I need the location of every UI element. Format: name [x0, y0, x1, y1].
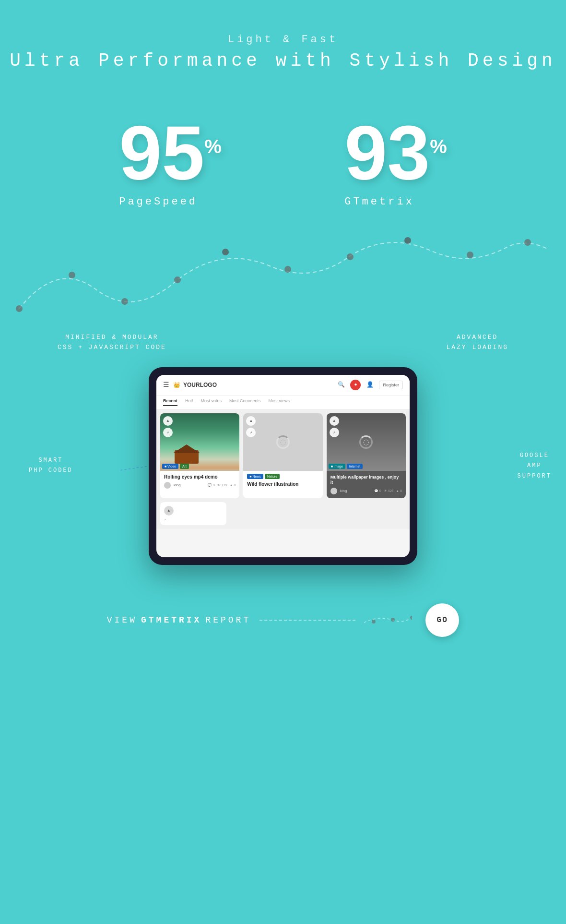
card-wallpaper: ◌ ▲ ↗ ■ image internet Multiple wallpape… — [327, 413, 406, 498]
tab-most-votes[interactable]: Most votes — [201, 398, 222, 406]
tag-art: Art — [180, 464, 189, 469]
vote-up-btn-2[interactable]: ▲ — [246, 416, 256, 426]
annotation-lazy: ADVANCEDLAZY LOADING — [446, 333, 508, 353]
tab-hot[interactable]: Hot! — [185, 398, 193, 406]
stats-3: 💬 0👁 426▲ 0 — [374, 489, 402, 493]
metrics-section: 95% PageSpeed 93% GTmetrix — [0, 85, 566, 217]
view-label: VIEW — [107, 615, 137, 625]
hamburger-icon[interactable]: ☰ — [163, 381, 169, 389]
annotation-minified: MINIFIED & MODULARCSS + JAVASCRIPT CODE — [58, 333, 166, 353]
bottom-section: VIEW GTMETRIX REPORT GO — [0, 603, 566, 675]
pagespeed-value: 95% — [119, 114, 222, 191]
svg-point-9 — [524, 239, 531, 246]
svg-point-1 — [69, 272, 75, 278]
performance-chart — [0, 222, 566, 328]
tablet-screen: ☰ 👑 YOURLOGO 🔍 ● 👤 Register Recent Hot! — [156, 375, 410, 557]
gtmetrix-metric: 93% GTmetrix — [344, 114, 447, 208]
card-title-3: Multiple wallpaper images , enjoy it — [330, 475, 402, 486]
report-label: REPORT — [205, 615, 251, 625]
share-btn-3[interactable]: ↗ — [330, 428, 339, 437]
bottom-cta: VIEW GTMETRIX REPORT GO — [107, 603, 459, 637]
hero-subtitle: Light & Fast — [0, 34, 566, 46]
app-header: ☰ 👑 YOURLOGO 🔍 ● 👤 Register — [156, 375, 410, 396]
annotation-smart-php: SMARTPHP CODED — [29, 456, 73, 476]
tag-nature: Nature — [265, 474, 280, 479]
card-body-1: Rolling eyes mp4 demo king 💬 0👁 179▲ 0 — [160, 471, 239, 492]
annotation-google-amp: GOOGLEAMPSUPPORT — [518, 450, 552, 481]
tag-news: ■ News — [247, 474, 263, 479]
card-title-1: Rolling eyes mp4 demo — [164, 474, 236, 480]
svg-point-4 — [222, 249, 229, 255]
loading-spinner-1: ◌ — [276, 435, 290, 449]
svg-point-7 — [404, 237, 411, 244]
card-body-3: Multiple wallpaper images , enjoy it kin… — [327, 471, 406, 498]
card-tags-2: ■ News Nature — [247, 474, 318, 479]
author-3: king — [340, 489, 347, 493]
card-image-forest: ▲ ↗ ■ Video Art — [160, 413, 239, 471]
vote-up-btn[interactable]: ▲ — [163, 416, 173, 426]
second-row: ▲ ↗ — [156, 502, 410, 529]
card-body-2: ■ News Nature Wild flower illustration — [243, 471, 322, 492]
dashed-divider — [259, 620, 355, 621]
author-1: king — [174, 483, 181, 487]
share-btn[interactable]: ↗ — [163, 428, 173, 437]
svg-point-11 — [391, 618, 395, 622]
app-nav-icons: 🔍 ● 👤 Register — [337, 380, 403, 390]
crown-icon: 👑 — [173, 382, 180, 388]
search-icon[interactable]: 🔍 — [337, 381, 345, 389]
card-wild-flower: ◌ ▲ ↗ ■ News Nature Wild flower illustra… — [243, 413, 322, 498]
tag-video: ■ Video — [162, 464, 178, 469]
hero-section: Light & Fast Ultra Performance with Styl… — [0, 0, 566, 85]
svg-point-0 — [16, 305, 23, 312]
card-rolling-eyes: ▲ ↗ ■ Video Art Rolling eyes mp4 demo ki… — [160, 413, 239, 498]
tab-most-views[interactable]: Most views — [269, 398, 290, 406]
svg-point-12 — [410, 616, 412, 620]
pagespeed-metric: 95% PageSpeed — [119, 114, 222, 208]
svg-point-6 — [347, 253, 354, 260]
gtmetrix-label: GTmetrix — [344, 196, 447, 208]
placeholder-space — [230, 502, 406, 525]
tab-recent[interactable]: Recent — [163, 398, 177, 406]
svg-point-3 — [174, 276, 181, 283]
tablet-mockup: ☰ 👑 YOURLOGO 🔍 ● 👤 Register Recent Hot! — [149, 367, 417, 565]
card-tags-3: ■ image internet — [329, 464, 363, 469]
card-image-dark: ◌ ▲ ↗ ■ image internet — [327, 413, 406, 471]
user-icon[interactable]: 👤 — [366, 381, 374, 389]
svg-point-2 — [121, 298, 128, 305]
go-button[interactable]: GO — [425, 603, 459, 637]
gtmetrix-value: 93% — [344, 114, 447, 191]
notification-icon[interactable]: ● — [350, 380, 361, 390]
loading-spinner-2: ◌ — [359, 435, 373, 449]
card-tags: ■ Video Art — [162, 464, 189, 469]
card-title-2: Wild flower illustration — [247, 481, 318, 487]
logo-text: YOURLOGO — [183, 382, 217, 388]
tab-most-comments[interactable]: Most Comments — [229, 398, 261, 406]
card-meta-1: king 💬 0👁 179▲ 0 — [164, 482, 236, 489]
gtmetrix-cta-label: GTMETRIX — [141, 615, 201, 625]
app-tabs: Recent Hot! Most votes Most Comments Mos… — [156, 396, 410, 409]
second-card-1: ▲ ↗ — [160, 502, 226, 525]
app-content: ▲ ↗ ■ Video Art Rolling eyes mp4 demo ki… — [156, 409, 410, 502]
register-button[interactable]: Register — [379, 381, 403, 389]
annotations-section: MINIFIED & MODULARCSS + JAVASCRIPT CODE … — [0, 333, 566, 353]
svg-point-10 — [372, 620, 376, 624]
svg-point-5 — [284, 266, 291, 273]
card-meta-3: king 💬 0👁 426▲ 0 — [330, 488, 402, 494]
share-btn-2[interactable]: ↗ — [246, 428, 256, 437]
card-image-gray: ◌ ▲ ↗ — [243, 413, 322, 471]
vote-up-btn-3[interactable]: ▲ — [330, 416, 339, 426]
device-section: SMARTPHP CODED GOOGLEAMPSUPPORT ☰ 👑 YOUR… — [0, 367, 566, 565]
pagespeed-label: PageSpeed — [119, 196, 222, 208]
hero-title: Ultra Performance with Stylish Design — [0, 50, 566, 71]
tag-internet: internet — [347, 464, 363, 469]
vote-btn-small[interactable]: ▲ — [164, 506, 174, 516]
avatar-3 — [330, 488, 337, 494]
stats-1: 💬 0👁 179▲ 0 — [208, 483, 236, 487]
avatar-1 — [164, 482, 171, 489]
app-logo: 👑 YOURLOGO — [173, 382, 217, 388]
svg-point-8 — [467, 252, 473, 258]
tag-image: ■ image — [329, 464, 345, 469]
